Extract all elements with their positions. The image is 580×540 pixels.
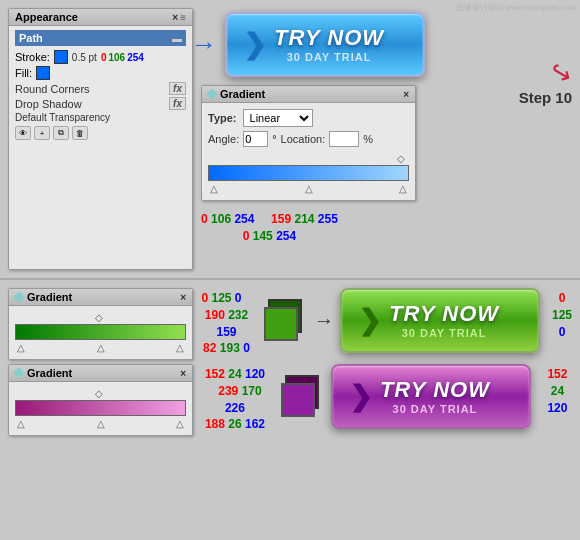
stop-left[interactable]: △ (210, 183, 218, 194)
drop-shadow-fx[interactable]: fx (169, 97, 186, 110)
gradient-panel-green: Gradient × ◇ △ △ △ (8, 288, 193, 360)
appearance-title: Appearance (15, 11, 78, 23)
green-top-stop[interactable]: ◇ (95, 312, 103, 323)
gradient-panel-header: Gradient × (202, 86, 415, 103)
default-transparency-label: Default Transparency (15, 112, 110, 123)
green-swatch-inner (264, 307, 298, 341)
add-icon[interactable]: + (34, 126, 50, 140)
stroke-b: 254 (127, 52, 144, 63)
green-gradient-diamond-icon (13, 291, 24, 302)
fill-color-swatch[interactable] (36, 66, 50, 80)
blue-color-annotations: 0 106 254 159 214 255 0 145 254 (201, 211, 338, 245)
stroke-g: 106 (108, 52, 125, 63)
purple-chevron-icon: ❯ (349, 380, 372, 413)
degree-symbol: ° (272, 133, 276, 145)
purple-stop3-r: 188 (205, 417, 225, 431)
purple-try-now-main: TRY NOW (380, 379, 490, 401)
step-area: ↩ Step 10 (502, 8, 572, 270)
purple-stop-left[interactable]: △ (17, 418, 25, 429)
gradient-bar-purple (15, 400, 186, 416)
purple-top-stop[interactable]: ◇ (95, 388, 103, 399)
appearance-panel: Appearance × ≡ Path ▬ Stroke: 0.5 pt 0 1… (8, 8, 193, 270)
purple-stop3-g: 26 (228, 417, 241, 431)
fill-row: Fill: (15, 66, 186, 80)
purple-gradient-diamond-icon (13, 367, 24, 378)
stop2-g: 214 (294, 212, 314, 226)
purple-try-now-text: TRY NOW 30 DAY TRIAL (380, 379, 490, 415)
green-chevron-icon: ❯ (358, 304, 381, 337)
purple-try-now-sub: 30 DAY TRIAL (393, 403, 478, 415)
purple-stop-mid[interactable]: △ (97, 418, 105, 429)
stroke-pt: 0.5 pt (72, 52, 97, 63)
purple-swatch-label: 152 24 120 (543, 364, 572, 416)
gradient-bar-blue (208, 165, 409, 181)
stroke-label: Stroke: (15, 51, 50, 63)
type-select[interactable]: Linear Radial (243, 109, 313, 127)
stop3-g: 145 (253, 229, 273, 243)
location-input[interactable] (329, 131, 359, 147)
green-button-group: → ❯ TRY NOW 30 DAY TRIAL (264, 288, 540, 353)
green-stop-mid[interactable]: △ (97, 342, 105, 353)
purple-row: Gradient × ◇ △ △ △ 152 24 (8, 364, 572, 436)
green-arrow-icon: → (314, 309, 334, 332)
gradient-content: Type: Linear Radial Angle: ° Location: % (202, 103, 415, 200)
try-now-purple-button[interactable]: ❯ TRY NOW 30 DAY TRIAL (331, 364, 531, 429)
try-now-green-button[interactable]: ❯ TRY NOW 30 DAY TRIAL (340, 288, 540, 353)
gradient-close-icon[interactable]: × (403, 89, 409, 100)
round-corners-fx[interactable]: fx (169, 82, 186, 95)
top-section: Appearance × ≡ Path ▬ Stroke: 0.5 pt 0 1… (0, 0, 580, 280)
gradient-bar-green (15, 324, 186, 340)
stroke-r: 0 (101, 52, 107, 63)
round-corners-label: Round Corners (15, 83, 90, 95)
green-bottom-stops: △ △ △ (15, 342, 186, 353)
angle-row: Angle: ° Location: % (208, 131, 409, 147)
path-label: Path (19, 32, 43, 44)
purple-top-stops: ◇ (15, 388, 186, 399)
appearance-content: Path ▬ Stroke: 0.5 pt 0 106 254 Fill: Ro… (9, 26, 192, 144)
arrow-pointer: → (191, 29, 217, 60)
green-swatch-g: 125 (552, 308, 572, 322)
top-stop-diamond[interactable]: ◇ (397, 153, 405, 164)
green-gradient-close-icon[interactable]: × (180, 292, 186, 303)
purple-swatch-stack (281, 375, 325, 419)
type-row: Type: Linear Radial (208, 109, 409, 127)
try-now-sub-label: 30 DAY TRIAL (287, 51, 372, 63)
path-row: Path ▬ (15, 30, 186, 46)
green-stop2-b: 159 (216, 325, 236, 339)
stop-mid[interactable]: △ (305, 183, 313, 194)
button-arrow-row: → ❯ TRY NOW 30 DAY TRIAL (201, 12, 425, 77)
gradient-panel-purple-header: Gradient × (9, 365, 192, 382)
stop3-r: 0 (243, 229, 250, 243)
try-now-blue-button[interactable]: ❯ TRY NOW 30 DAY TRIAL (225, 12, 425, 77)
green-stop-left[interactable]: △ (17, 342, 25, 353)
purple-bottom-stops: △ △ △ (15, 418, 186, 429)
gradient-panel-purple: Gradient × ◇ △ △ △ (8, 364, 193, 436)
purple-stop2-b: 226 (225, 401, 245, 415)
stroke-color-swatch[interactable] (54, 50, 68, 64)
purple-swatch-inner (281, 383, 315, 417)
close-icon[interactable]: × (172, 12, 178, 23)
stop-right[interactable]: △ (399, 183, 407, 194)
delete-icon[interactable]: 🗑 (72, 126, 88, 140)
green-stop1-g: 125 (211, 291, 231, 305)
chevron-icon: ❯ (243, 28, 266, 61)
menu-icon[interactable]: ≡ (180, 12, 186, 23)
angle-input[interactable] (243, 131, 268, 147)
purple-stop1-g: 24 (228, 367, 241, 381)
top-stops: ◇ (208, 153, 409, 164)
bottom-section: Gradient × ◇ △ △ △ 0 125 (0, 280, 580, 540)
drop-shadow-row: Drop Shadow fx (15, 97, 186, 110)
try-now-main-label: TRY NOW (274, 27, 384, 49)
stop3-b: 254 (276, 229, 296, 243)
try-now-text: TRY NOW 30 DAY TRIAL (274, 27, 384, 63)
stroke-row: Stroke: 0.5 pt 0 106 254 (15, 50, 186, 64)
stop1-g: 106 (211, 212, 231, 226)
round-corners-row: Round Corners fx (15, 82, 186, 95)
green-stop-right[interactable]: △ (176, 342, 184, 353)
gradient-panel-green-header: Gradient × (9, 289, 192, 306)
green-gradient-content: ◇ △ △ △ (9, 306, 192, 359)
purple-gradient-close-icon[interactable]: × (180, 368, 186, 379)
visibility-icon[interactable]: 👁 (15, 126, 31, 140)
duplicate-icon[interactable]: ⧉ (53, 126, 69, 140)
purple-stop-right[interactable]: △ (176, 418, 184, 429)
